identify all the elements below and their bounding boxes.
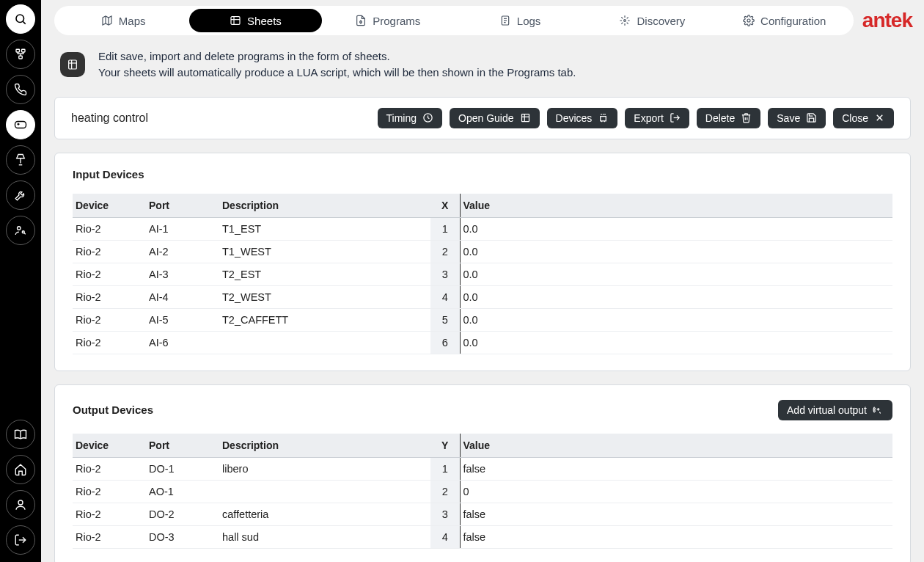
tab-programs[interactable]: Programs bbox=[322, 9, 454, 32]
input-devices-title: Input Devices bbox=[73, 168, 144, 180]
cell-value[interactable]: false bbox=[460, 457, 892, 480]
cell-value[interactable]: 0.0 bbox=[460, 331, 892, 354]
cell-port: AI-6 bbox=[146, 331, 219, 354]
cell-port: AO-1 bbox=[146, 480, 219, 503]
tab-sheets[interactable]: Sheets bbox=[189, 9, 321, 32]
col-port: Port bbox=[146, 194, 219, 218]
nav-network[interactable] bbox=[6, 40, 35, 69]
svg-rect-2 bbox=[16, 49, 20, 52]
map-icon bbox=[101, 15, 113, 26]
nav-wrench[interactable] bbox=[6, 180, 35, 210]
sheet-toolbar: heating control Timing Open Guide Device… bbox=[54, 97, 911, 139]
cell-port: AI-2 bbox=[146, 240, 219, 263]
cell-device: Rio-2 bbox=[73, 503, 146, 525]
table-row[interactable]: Rio-2AO-120 bbox=[73, 480, 892, 503]
button-label: Open Guide bbox=[458, 112, 514, 124]
tab-discovery[interactable]: Discovery bbox=[586, 9, 718, 32]
close-button[interactable]: Close bbox=[833, 108, 894, 128]
gear-icon bbox=[743, 15, 755, 26]
cell-value[interactable]: false bbox=[460, 525, 892, 548]
table-row[interactable]: Rio-2DO-1libero1false bbox=[73, 457, 892, 480]
table-row[interactable]: Rio-2DO-3hall sud4false bbox=[73, 525, 892, 548]
cell-value[interactable]: 0.0 bbox=[460, 285, 892, 308]
cell-device: Rio-2 bbox=[73, 457, 146, 480]
add-virtual-output-button[interactable]: Add virtual output bbox=[778, 400, 892, 420]
cell-index: 3 bbox=[430, 263, 460, 285]
tab-label: Programs bbox=[373, 15, 420, 27]
sheet-icon-badge bbox=[60, 52, 85, 77]
export-button[interactable]: Export bbox=[625, 108, 689, 128]
table-row[interactable]: Rio-2AI-4T2_WEST40.0 bbox=[73, 285, 892, 308]
cell-device: Rio-2 bbox=[73, 525, 146, 548]
output-devices-title: Output Devices bbox=[73, 404, 153, 416]
nav-home[interactable] bbox=[6, 455, 35, 484]
phone-icon bbox=[14, 83, 27, 96]
table-row[interactable]: Rio-2AI-3T2_EST30.0 bbox=[73, 263, 892, 285]
programs-icon bbox=[355, 15, 367, 26]
button-label: Save bbox=[777, 112, 800, 124]
save-button[interactable]: Save bbox=[768, 108, 826, 128]
cell-port: DO-2 bbox=[146, 503, 219, 525]
svg-rect-3 bbox=[22, 49, 26, 52]
brand-logo: antek bbox=[862, 9, 912, 32]
clock-icon bbox=[422, 112, 433, 123]
button-label: Timing bbox=[386, 112, 417, 124]
cell-description: T2_CAFFETT bbox=[219, 308, 430, 331]
table-row[interactable]: Rio-2AI-1T1_EST10.0 bbox=[73, 217, 892, 240]
cell-device: Rio-2 bbox=[73, 308, 146, 331]
svg-marker-9 bbox=[103, 16, 111, 25]
cell-index: 2 bbox=[430, 240, 460, 263]
table-row[interactable]: Rio-2AI-5T2_CAFFETT50.0 bbox=[73, 308, 892, 331]
cell-port: DO-1 bbox=[146, 457, 219, 480]
nav-user-key[interactable] bbox=[6, 216, 35, 245]
discovery-icon bbox=[619, 15, 631, 26]
tab-maps[interactable]: Maps bbox=[57, 9, 189, 32]
nav-phone[interactable] bbox=[6, 75, 35, 104]
table-row[interactable]: Rio-2AI-660.0 bbox=[73, 331, 892, 354]
svg-point-7 bbox=[18, 500, 23, 505]
table-row[interactable]: Rio-2DO-2caffetteria3false bbox=[73, 503, 892, 525]
logs-icon bbox=[499, 15, 511, 26]
col-description: Description bbox=[219, 434, 430, 458]
chip-icon bbox=[598, 112, 609, 123]
svg-rect-25 bbox=[521, 114, 529, 122]
cell-port: AI-3 bbox=[146, 263, 219, 285]
tab-logs[interactable]: Logs bbox=[454, 9, 586, 32]
tab-configuration[interactable]: Configuration bbox=[719, 9, 851, 32]
svg-rect-12 bbox=[231, 17, 240, 25]
nav-book[interactable] bbox=[6, 420, 35, 449]
open-guide-button[interactable]: Open Guide bbox=[450, 108, 540, 128]
tab-label: Logs bbox=[517, 15, 541, 27]
tab-label: Sheets bbox=[247, 15, 282, 27]
cell-description: hall sud bbox=[219, 525, 430, 548]
tab-label: Maps bbox=[119, 15, 146, 27]
cell-description bbox=[219, 480, 430, 503]
cell-value[interactable]: 0.0 bbox=[460, 217, 892, 240]
button-label: Delete bbox=[705, 112, 735, 124]
cell-value[interactable]: 0 bbox=[460, 480, 892, 503]
button-label: Add virtual output bbox=[787, 404, 867, 416]
sheet-name: heating control bbox=[71, 112, 370, 125]
cell-description: T2_WEST bbox=[219, 285, 430, 308]
cell-value[interactable]: 0.0 bbox=[460, 263, 892, 285]
cell-description: libero bbox=[219, 457, 430, 480]
cell-value[interactable]: 0.0 bbox=[460, 308, 892, 331]
cell-value[interactable]: false bbox=[460, 503, 892, 525]
page-description: Edit save, import and delete programs in… bbox=[41, 35, 924, 97]
col-value: Value bbox=[460, 194, 892, 218]
tab-label: Configuration bbox=[760, 15, 826, 27]
cell-device: Rio-2 bbox=[73, 480, 146, 503]
nav-logout[interactable] bbox=[6, 525, 35, 555]
cell-value[interactable]: 0.0 bbox=[460, 240, 892, 263]
nav-lamp[interactable] bbox=[6, 145, 35, 175]
timing-button[interactable]: Timing bbox=[378, 108, 443, 128]
cell-index: 2 bbox=[430, 480, 460, 503]
delete-button[interactable]: Delete bbox=[697, 108, 760, 128]
cell-index: 1 bbox=[430, 217, 460, 240]
nav-user[interactable] bbox=[6, 490, 35, 519]
nav-gamepad[interactable] bbox=[6, 110, 35, 139]
export-icon bbox=[670, 112, 681, 123]
devices-button[interactable]: Devices bbox=[547, 108, 618, 128]
search-button[interactable] bbox=[6, 4, 35, 34]
table-row[interactable]: Rio-2AI-2T1_WEST20.0 bbox=[73, 240, 892, 263]
